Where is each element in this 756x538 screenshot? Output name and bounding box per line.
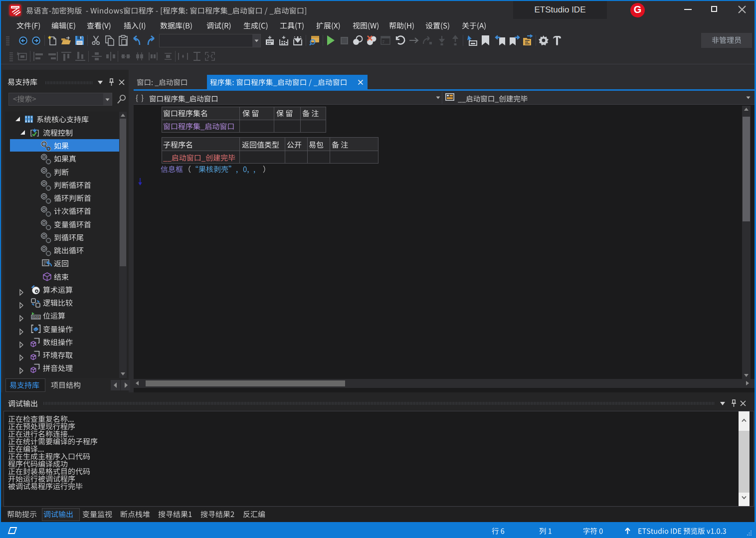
svg-text:0101: 0101 [32, 316, 40, 319]
